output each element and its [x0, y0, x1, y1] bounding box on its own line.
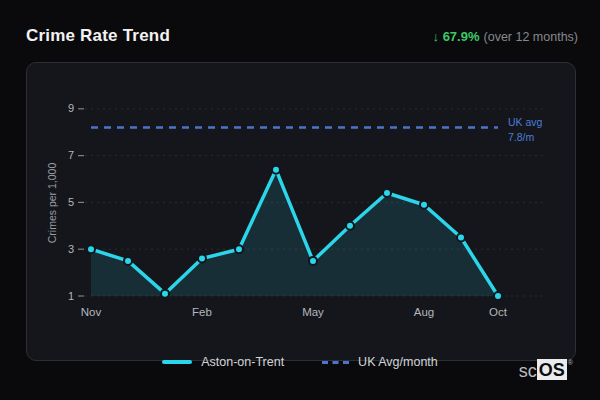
trend-stat-caption: (over 12 months): [484, 30, 578, 44]
y-tick-label: 1: [68, 290, 74, 302]
x-tick-label: Feb: [192, 306, 212, 318]
solid-line-swatch-icon: [162, 360, 192, 364]
data-point-dot[interactable]: [346, 222, 354, 230]
trend-stat: ↓ 67.9%(over 12 months): [433, 29, 578, 44]
y-tick-label: 5: [68, 196, 74, 208]
legend-label: UK Avg/month: [358, 355, 438, 369]
dashed-line-swatch-icon: [322, 361, 349, 364]
trend-stat-value: ↓ 67.9%: [433, 29, 480, 44]
chart-panel: 13579Crimes per 1,000NovFebMayAugOctUK a…: [26, 62, 576, 361]
data-point-dot[interactable]: [309, 257, 317, 265]
data-point-dot[interactable]: [272, 166, 280, 174]
legend-item-aston[interactable]: Aston-on-Trent: [162, 355, 284, 369]
data-point-dot[interactable]: [161, 290, 169, 298]
y-axis-title: Crimes per 1,000: [46, 163, 58, 244]
header: Crime Rate Trend ↓ 67.9%(over 12 months): [26, 24, 578, 48]
logo-prefix: sc: [519, 359, 537, 380]
legend-item-uk-avg[interactable]: UK Avg/month: [322, 355, 438, 369]
registered-trademark-icon: ®: [568, 359, 573, 366]
scos-brand-logo: sc OS ®: [519, 359, 573, 380]
data-point-dot[interactable]: [494, 292, 502, 300]
data-point-dot[interactable]: [420, 201, 428, 209]
x-tick-label: May: [302, 306, 324, 318]
legend-label: Aston-on-Trent: [201, 355, 284, 369]
uk-avg-value-label: 7.8/m: [508, 131, 535, 143]
x-tick-label: Oct: [489, 306, 508, 318]
uk-avg-label: UK avg: [508, 116, 543, 128]
data-point-dot[interactable]: [235, 245, 243, 253]
x-tick-label: Nov: [81, 306, 102, 318]
data-point-dot[interactable]: [124, 257, 132, 265]
y-tick-label: 7: [68, 149, 74, 161]
data-point-dot[interactable]: [457, 234, 465, 242]
data-point-dot[interactable]: [198, 255, 206, 263]
area-fill: [91, 170, 498, 296]
logo-suffix: OS: [537, 359, 567, 380]
y-tick-label: 3: [68, 243, 74, 255]
chart-legend: Aston-on-Trent UK Avg/month: [0, 353, 600, 371]
chart-canvas[interactable]: 13579Crimes per 1,000NovFebMayAugOctUK a…: [27, 63, 575, 360]
data-point-dot[interactable]: [87, 245, 95, 253]
page-title: Crime Rate Trend: [26, 26, 170, 46]
y-tick-label: 9: [68, 102, 74, 114]
x-tick-label: Aug: [414, 306, 434, 318]
data-point-dot[interactable]: [383, 189, 391, 197]
